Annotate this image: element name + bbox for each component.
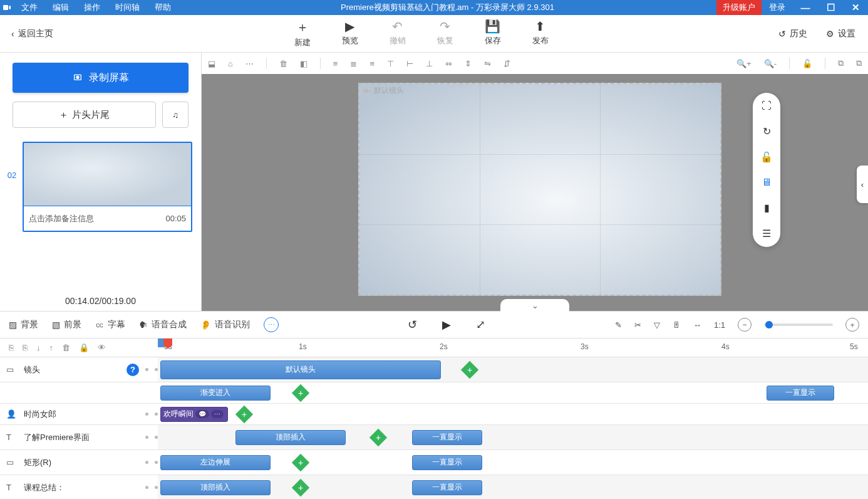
playhead[interactable] [164, 339, 165, 357]
close-button[interactable]: ✕ [843, 2, 868, 13]
align-right-icon[interactable]: ≡ [369, 59, 375, 68]
time-ruler[interactable]: 0s 1s 2s 3s 4s 5s [158, 339, 868, 357]
music-button[interactable]: ♫ [162, 102, 189, 128]
collapse-canvas-button[interactable]: ⌄ [500, 299, 569, 312]
add-out-icon[interactable]: ⎘ [23, 343, 28, 352]
more-tabs-button[interactable]: ⋯ [264, 317, 279, 332]
menu-help[interactable]: 帮助 [147, 2, 178, 13]
tab-asr[interactable]: 👂语音识别 [200, 319, 250, 330]
upgrade-button[interactable]: 升级账户 [716, 0, 762, 15]
record-screen-button[interactable]: 录制屏幕 [13, 63, 189, 93]
history-button[interactable]: ↺历史 [778, 28, 807, 39]
add-keyframe-button[interactable]: + [461, 360, 478, 378]
clip-left-extend[interactable]: 左边伸展 [160, 455, 271, 470]
unlock-icon[interactable]: 🔓 [802, 59, 812, 68]
new-button[interactable]: ＋新建 [294, 19, 311, 48]
align-left-icon[interactable]: ≡ [333, 59, 338, 68]
zoom-in-button[interactable]: ＋ [845, 318, 859, 332]
zoom-in-icon[interactable]: 🔍+ [736, 59, 752, 68]
menu-file[interactable]: 文件 [14, 2, 45, 13]
add-keyframe-button[interactable]: + [235, 405, 253, 423]
maximize-button[interactable]: ☐ [818, 2, 843, 13]
clip-show-always[interactable]: 一直显示 [412, 455, 482, 470]
dot[interactable] [145, 412, 148, 416]
clip-fadein[interactable]: 渐变进入 [160, 386, 271, 401]
side-collapse-button[interactable]: ‹ [857, 165, 868, 203]
fullscreen-icon[interactable]: ⛶ [762, 100, 772, 112]
add-keyframe-button[interactable]: + [292, 384, 309, 401]
menu-icon[interactable]: ☰ [762, 228, 771, 239]
lock-icon[interactable]: 🔓 [760, 151, 773, 163]
zoom-slider[interactable] [764, 323, 833, 326]
rotate-icon[interactable]: ↻ [763, 125, 771, 137]
tab-foreground[interactable]: ▧前景 [52, 319, 81, 330]
export-icon[interactable]: ⎘ [9, 343, 14, 352]
zoom-out-button[interactable]: − [738, 318, 752, 332]
dot[interactable] [145, 436, 148, 439]
titles-button[interactable]: ＋ 片头片尾 [13, 102, 156, 128]
align-middle-icon[interactable]: ⊢ [406, 59, 413, 68]
dot[interactable] [145, 461, 148, 464]
menu-action[interactable]: 操作 [76, 2, 108, 13]
clip-show-always[interactable]: 一直显示 [412, 480, 482, 495]
add-keyframe-button[interactable]: + [292, 478, 309, 496]
login-button[interactable]: 登录 [762, 2, 793, 13]
filter-icon[interactable]: ▽ [654, 320, 660, 330]
clip-show-always[interactable]: 一直显示 [412, 430, 482, 445]
edit-icon[interactable]: ✎ [615, 320, 622, 330]
help-button[interactable]: ? [127, 364, 139, 376]
canvas[interactable]: 默认镜头 [358, 83, 721, 296]
dot[interactable] [145, 368, 148, 371]
copy-icon[interactable]: ⧉ [838, 58, 844, 68]
tab-tts[interactable]: 🗣语音合成 [139, 319, 187, 330]
back-home-button[interactable]: ‹ 返回主页 [0, 28, 65, 39]
align-bottom-icon[interactable]: ⬓ [208, 59, 215, 68]
mobile-icon[interactable]: ▮ [764, 202, 770, 214]
add-keyframe-button[interactable]: + [369, 428, 387, 446]
save-button[interactable]: 💾保存 [485, 19, 501, 48]
desktop-icon[interactable]: 🖥 [762, 177, 772, 188]
clip-top-insert[interactable]: 顶部插入 [235, 430, 346, 445]
more-icon[interactable]: ⋯ [245, 59, 254, 68]
clip-show-always[interactable]: 一直显示 [767, 386, 834, 401]
play-button[interactable]: ▶ [442, 318, 451, 332]
align-center-icon[interactable]: ≣ [350, 59, 357, 68]
ratio-icon[interactable]: 1:1 [714, 320, 725, 330]
align-top-icon[interactable]: ⊤ [387, 59, 394, 68]
preview-button[interactable]: ▶预览 [342, 19, 358, 48]
dot[interactable] [145, 486, 148, 489]
slide-item[interactable]: 点击添加备注信息 00:05 [23, 142, 192, 232]
sliders-icon[interactable]: 🎚 [673, 320, 681, 330]
slide-note[interactable]: 点击添加备注信息 [29, 213, 94, 224]
dist-v-icon[interactable]: ⇕ [465, 59, 472, 68]
trash-icon[interactable]: 🗑 [279, 59, 287, 68]
crop-icon[interactable]: ◧ [300, 59, 307, 68]
settings-button[interactable]: ⚙设置 [826, 28, 855, 39]
tab-subtitle[interactable]: ㏄字幕 [95, 319, 125, 330]
arrow-down-icon[interactable]: ↓ [36, 343, 41, 352]
minimize-button[interactable]: — [793, 3, 818, 13]
menu-timeline[interactable]: 时间轴 [108, 2, 147, 13]
tab-background[interactable]: ▨背景 [9, 319, 38, 330]
flip-h-icon[interactable]: ⇋ [484, 59, 491, 68]
eye-icon[interactable]: 👁 [98, 343, 106, 352]
lock-icon[interactable]: 🔒 [79, 343, 89, 352]
clip-default-lens[interactable]: 默认镜头 [160, 360, 441, 379]
expand-button[interactable]: ⤢ [476, 318, 485, 332]
add-keyframe-button[interactable]: + [292, 453, 309, 471]
undo-button[interactable]: ↶撤销 [390, 19, 406, 48]
zoom-out-icon[interactable]: 🔍- [764, 59, 777, 68]
rewind-button[interactable]: ↺ [408, 318, 417, 332]
align-bottom2-icon[interactable]: ⊥ [426, 59, 433, 68]
arrow-up-icon[interactable]: ↑ [49, 343, 54, 352]
dist-h-icon[interactable]: ⇔ [445, 59, 452, 68]
clip-top-insert[interactable]: 顶部插入 [160, 480, 271, 495]
paste-icon[interactable]: ⧉ [856, 58, 862, 68]
cut-icon[interactable]: ✂ [634, 320, 641, 330]
fit-width-icon[interactable]: ↔ [693, 320, 701, 330]
menu-edit[interactable]: 编辑 [45, 2, 76, 13]
redo-button[interactable]: ↷恢复 [437, 19, 453, 48]
home-icon[interactable]: ⌂ [228, 59, 233, 68]
publish-button[interactable]: ⬆发布 [532, 19, 549, 48]
trash-icon[interactable]: 🗑 [62, 343, 70, 352]
